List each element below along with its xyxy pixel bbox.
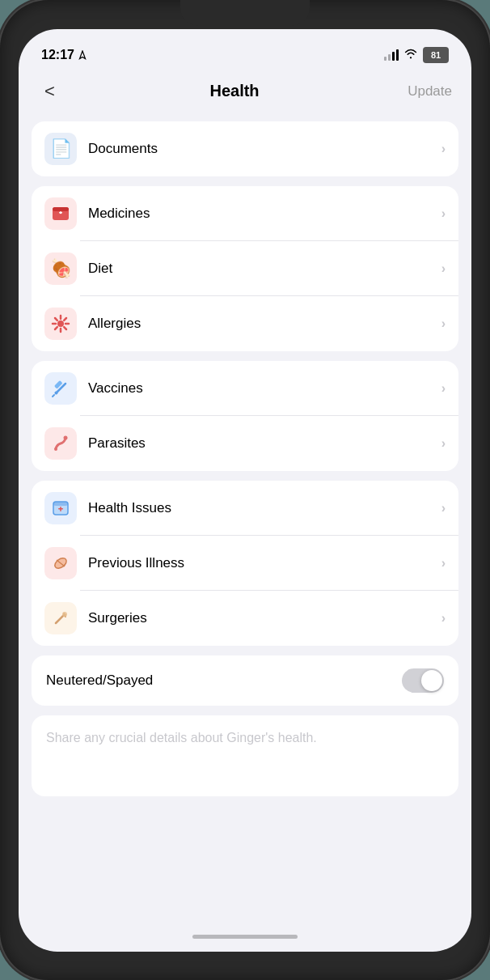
signal-icon: [384, 49, 399, 61]
list-item-allergies[interactable]: Allergies ›: [32, 296, 458, 351]
toggle-card-neutered: Neutered/Spayed: [32, 655, 458, 706]
nav-header: < Health Update: [19, 70, 471, 118]
chevron-icon: ›: [441, 381, 446, 396]
list-item-medicines[interactable]: Medicines ›: [32, 186, 458, 241]
vaccines-icon: [44, 372, 77, 405]
location-icon: [78, 50, 87, 60]
home-indicator: [19, 927, 471, 952]
list-item-parasites[interactable]: Parasites ›: [32, 416, 458, 471]
previous-illness-label: Previous Illness: [88, 555, 441, 571]
time-display: 12:17: [41, 48, 74, 62]
health-issues-label: Health Issues: [88, 500, 441, 516]
surgeries-svg: [49, 607, 72, 630]
chevron-icon: ›: [441, 501, 446, 515]
phone-frame: 12:17: [0, 0, 490, 980]
medicines-label: Medicines: [88, 206, 441, 222]
svg-point-17: [64, 435, 68, 439]
allergies-svg: [49, 312, 72, 335]
parasites-svg: [49, 432, 72, 455]
home-bar: [192, 935, 298, 939]
list-item-diet[interactable]: 🍖 Diet ›: [32, 241, 458, 296]
toggle-thumb: [421, 670, 442, 691]
status-time: 12:17: [41, 48, 87, 62]
svg-line-10: [64, 327, 66, 329]
diet-icon: 🍖: [44, 252, 77, 285]
chevron-icon: ›: [441, 206, 446, 221]
wifi-icon: [403, 48, 418, 62]
list-item-previous-illness[interactable]: Previous Illness ›: [32, 536, 458, 591]
svg-line-9: [55, 318, 57, 320]
back-button[interactable]: <: [38, 78, 61, 105]
chevron-icon: ›: [441, 556, 446, 571]
svg-rect-1: [53, 207, 69, 211]
diet-label: Diet: [88, 261, 441, 277]
card-group-medicines: Medicines › 🍖 Diet ›: [32, 186, 458, 351]
notch: [180, 0, 310, 26]
svg-point-27: [62, 612, 67, 617]
svg-line-12: [55, 327, 57, 329]
status-bar: 12:17: [19, 29, 471, 70]
allergies-icon: [44, 308, 77, 340]
vaccines-svg: [49, 377, 72, 400]
surgeries-icon: [44, 602, 77, 634]
wifi-svg: [403, 48, 418, 59]
documents-label: Documents: [88, 141, 441, 157]
chevron-icon: ›: [441, 261, 446, 276]
surgeries-label: Surgeries: [88, 610, 441, 626]
chevron-icon: ›: [441, 142, 446, 156]
toggle-label: Neutered/Spayed: [46, 672, 153, 689]
svg-point-4: [57, 320, 64, 327]
neutered-toggle[interactable]: [402, 668, 444, 693]
svg-rect-21: [53, 502, 68, 506]
card-group-vaccines: Vaccines › Parasites ›: [32, 361, 458, 471]
update-button[interactable]: Update: [408, 83, 452, 100]
illness-svg: [49, 552, 72, 575]
content-area: 📄 Documents ›: [19, 118, 471, 927]
parasites-label: Parasites: [88, 435, 441, 452]
health-issues-icon: [44, 492, 77, 524]
medicines-icon: [44, 197, 77, 230]
allergies-label: Allergies: [88, 316, 441, 332]
list-item-documents[interactable]: 📄 Documents ›: [32, 121, 458, 176]
notes-card[interactable]: Share any crucial details about Ginger's…: [32, 715, 458, 796]
vaccines-label: Vaccines: [88, 380, 441, 397]
battery-icon: 81: [423, 47, 449, 63]
card-group-health: Health Issues › Previous Illness ›: [32, 481, 458, 646]
health-issues-svg: [49, 497, 72, 520]
parasites-icon: [44, 427, 77, 460]
chevron-icon: ›: [441, 436, 446, 451]
chevron-icon: ›: [441, 316, 446, 331]
svg-line-16: [53, 395, 54, 397]
phone-screen: 12:17: [19, 29, 471, 952]
page-title: Health: [209, 82, 259, 100]
previous-illness-icon: [44, 547, 77, 579]
medicines-svg: [49, 202, 72, 225]
svg-point-18: [54, 448, 57, 451]
list-item-vaccines[interactable]: Vaccines ›: [32, 361, 458, 416]
list-item-health-issues[interactable]: Health Issues ›: [32, 481, 458, 536]
svg-rect-23: [60, 507, 61, 511]
card-group-documents: 📄 Documents ›: [32, 121, 458, 176]
list-item-surgeries[interactable]: Surgeries ›: [32, 591, 458, 646]
battery-level: 81: [431, 50, 441, 60]
chevron-icon: ›: [441, 611, 446, 626]
svg-rect-3: [60, 211, 62, 214]
status-icons: 81: [384, 47, 449, 63]
notes-placeholder: Share any crucial details about Ginger's…: [46, 731, 317, 745]
svg-point-15: [55, 391, 58, 394]
svg-line-11: [64, 318, 66, 320]
documents-icon: 📄: [44, 133, 77, 165]
